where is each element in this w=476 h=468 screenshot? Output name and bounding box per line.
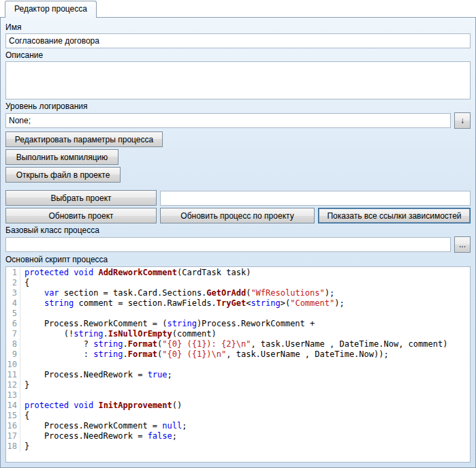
code-text: ? string.Format("{0} ({1}): {2}\n", task… <box>25 339 447 349</box>
update-project-button[interactable]: Обновить проект <box>5 208 157 223</box>
code-line[interactable]: 6 Process.ReworkComment = (string)Proces… <box>6 319 470 329</box>
tab-strip: Редактор процесса <box>0 0 476 17</box>
code-text: protected void InitApprovement() <box>25 401 182 411</box>
open-file-button[interactable]: Открыть файл в проекте <box>5 167 121 183</box>
code-text: protected void AddReworkComment(CardTask… <box>25 268 251 278</box>
log-level-input[interactable] <box>5 113 451 128</box>
code-line[interactable]: 15{ <box>6 411 470 421</box>
description-input[interactable] <box>5 61 471 99</box>
log-level-row: ↓ <box>5 112 471 129</box>
project-actions-row: Обновить проект Обновить процесс по прое… <box>5 208 471 223</box>
code-text: : string.Format("{0} ({1})\n", task.User… <box>25 349 389 360</box>
line-number: 5 <box>6 309 20 319</box>
code-line[interactable]: 9 : string.Format("{0} ({1})\n", task.Us… <box>6 349 470 360</box>
select-project-row: Выбрать проект <box>5 190 471 206</box>
code-line[interactable]: 17 Process.NeedRework = false; <box>6 431 470 441</box>
line-number: 13 <box>6 390 20 401</box>
line-number: 4 <box>6 298 20 309</box>
base-class-row: ... <box>5 236 471 253</box>
log-level-dropdown-button[interactable]: ↓ <box>454 112 471 129</box>
line-number: 8 <box>6 339 20 349</box>
base-class-label: Базовый класс процесса <box>5 225 471 235</box>
name-input[interactable] <box>5 33 471 48</box>
editor-panel: Имя Описание Уровень логирования ↓ Редак… <box>0 17 476 468</box>
line-number: 6 <box>6 319 20 329</box>
code-line[interactable]: 12} <box>6 380 470 390</box>
tab-process-editor[interactable]: Редактор процесса <box>5 1 97 18</box>
line-number: 17 <box>6 431 20 441</box>
script-label: Основной скрипт процесса <box>5 255 471 264</box>
line-number: 15 <box>6 411 20 421</box>
line-number: 14 <box>6 401 20 411</box>
code-line[interactable]: 11 Process.NeedRework = true; <box>6 370 470 380</box>
code-line[interactable]: 2{ <box>6 278 470 288</box>
code-line[interactable]: 7 (!string.IsNullOrEmpty(comment) <box>6 329 470 339</box>
tab-label: Редактор процесса <box>14 4 87 14</box>
code-line[interactable]: 16 Process.ReworkComment = null; <box>6 421 470 431</box>
name-label: Имя <box>5 22 471 32</box>
code-text: var section = task.Card.Sections.GetOrAd… <box>25 288 334 298</box>
code-line[interactable]: 13 <box>6 390 470 401</box>
log-level-label: Уровень логирования <box>5 102 471 111</box>
update-process-button[interactable]: Обновить процесс по проекту <box>160 208 315 223</box>
description-label: Описание <box>5 50 471 60</box>
code-line[interactable]: 18} <box>6 441 470 452</box>
line-number: 3 <box>6 288 20 298</box>
down-arrow-icon: ↓ <box>460 116 464 125</box>
code-line[interactable]: 14protected void InitApprovement() <box>6 401 470 411</box>
code-text: string comment = section.RawFields.TryGe… <box>25 298 345 309</box>
line-number: 11 <box>6 370 20 380</box>
show-dependencies-button[interactable]: Показать все ссылки зависимостей <box>318 208 471 223</box>
edit-parameters-button[interactable]: Редактировать параметры процесса <box>5 131 163 147</box>
code-text: } <box>25 441 29 452</box>
compile-button[interactable]: Выполнить компиляцию <box>5 149 118 165</box>
code-text: { <box>25 278 29 288</box>
code-line[interactable]: 5 <box>6 309 470 319</box>
code-text: Process.ReworkComment = (string)Process.… <box>25 319 315 329</box>
line-number: 12 <box>6 380 20 390</box>
code-text: { <box>25 411 29 421</box>
code-text: Process.NeedRework = true; <box>25 370 172 380</box>
process-editor-window: Редактор процесса Имя Описание Уровень л… <box>0 0 476 468</box>
line-number: 10 <box>6 360 20 370</box>
line-number: 1 <box>6 268 20 278</box>
code-line[interactable]: 8 ? string.Format("{0} ({1}): {2}\n", ta… <box>6 339 470 349</box>
base-class-browse-button[interactable]: ... <box>454 236 471 253</box>
select-project-button[interactable]: Выбрать проект <box>5 190 157 206</box>
project-path-input[interactable] <box>160 191 471 206</box>
code-text: } <box>25 380 29 390</box>
line-number: 2 <box>6 278 20 288</box>
line-number: 16 <box>6 421 20 431</box>
line-number: 18 <box>6 441 20 452</box>
code-line[interactable]: 3 var section = task.Card.Sections.GetOr… <box>6 288 470 298</box>
line-number: 9 <box>6 349 20 360</box>
code-line[interactable]: 1protected void AddReworkComment(CardTas… <box>6 268 470 278</box>
code-line[interactable]: 10 <box>6 360 470 370</box>
base-class-input[interactable] <box>5 237 451 252</box>
code-line[interactable]: 4 string comment = section.RawFields.Try… <box>6 298 470 309</box>
code-text: Process.NeedRework = false; <box>25 431 177 441</box>
code-editor[interactable]: 1protected void AddReworkComment(CardTas… <box>5 266 471 463</box>
line-number: 7 <box>6 329 20 339</box>
code-text: (!string.IsNullOrEmpty(comment) <box>25 329 217 339</box>
code-text: Process.ReworkComment = null; <box>25 421 187 431</box>
